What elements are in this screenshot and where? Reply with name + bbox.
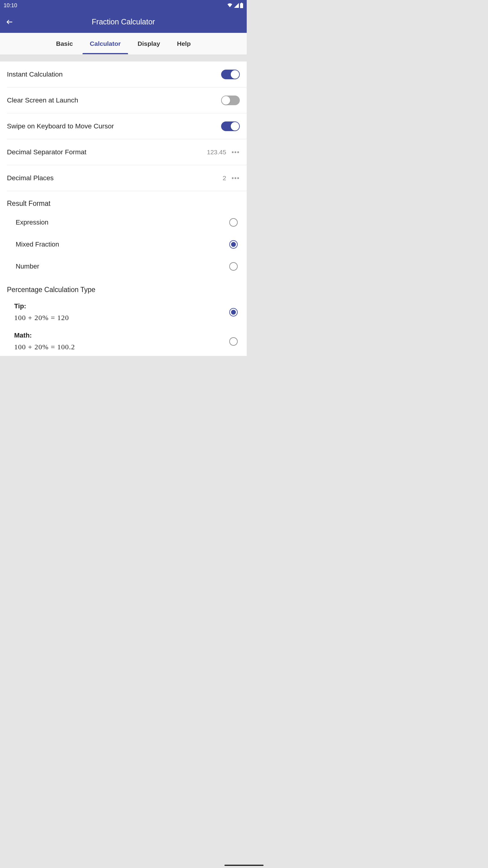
setting-clear-screen[interactable]: Clear Screen at Launch bbox=[0, 87, 247, 113]
setting-decimal-places[interactable]: Decimal Places 2 ••• bbox=[0, 165, 247, 191]
status-bar: 10:10 bbox=[0, 0, 247, 11]
tab-bar: Basic Calculator Display Help bbox=[0, 33, 247, 55]
pct-option-formula: 100 + 20% = 120 bbox=[14, 314, 229, 322]
tab-display[interactable]: Display bbox=[138, 33, 160, 54]
signal-icon bbox=[234, 3, 239, 8]
pct-block: Math: 100 + 20% = 100.2 bbox=[14, 332, 229, 351]
more-icon: ••• bbox=[232, 175, 240, 182]
pct-option-label: Math: bbox=[14, 332, 229, 339]
battery-icon bbox=[240, 3, 243, 8]
app-bar: Fraction Calculator bbox=[0, 11, 247, 33]
svg-rect-0 bbox=[240, 3, 243, 8]
settings-list: Instant Calculation Clear Screen at Laun… bbox=[0, 61, 247, 356]
radio-pct-tip[interactable]: Tip: 100 + 20% = 120 bbox=[0, 298, 247, 327]
more-icon: ••• bbox=[232, 149, 240, 156]
radio-indicator bbox=[229, 262, 238, 271]
toggle-thumb bbox=[222, 96, 230, 104]
status-icons bbox=[227, 3, 243, 8]
setting-label: Swipe on Keyboard to Move Cursor bbox=[7, 122, 114, 130]
toggle-clear-screen[interactable] bbox=[221, 96, 240, 105]
radio-number[interactable]: Number bbox=[0, 255, 247, 277]
setting-label: Decimal Separator Format bbox=[7, 148, 87, 156]
setting-value-group: 2 ••• bbox=[223, 175, 240, 182]
toggle-instant-calculation[interactable] bbox=[221, 70, 240, 79]
radio-label: Expression bbox=[16, 218, 48, 226]
setting-label: Clear Screen at Launch bbox=[7, 96, 78, 104]
radio-label: Mixed Fraction bbox=[16, 241, 59, 248]
setting-decimal-separator[interactable]: Decimal Separator Format 123.45 ••• bbox=[0, 139, 247, 165]
radio-mixed-fraction[interactable]: Mixed Fraction bbox=[0, 233, 247, 255]
radio-pct-math[interactable]: Math: 100 + 20% = 100.2 bbox=[0, 327, 247, 356]
back-button[interactable] bbox=[4, 16, 16, 28]
tab-calculator[interactable]: Calculator bbox=[90, 33, 121, 54]
pct-block: Tip: 100 + 20% = 120 bbox=[14, 302, 229, 322]
pct-option-label: Tip: bbox=[14, 302, 229, 310]
arrow-left-icon bbox=[6, 18, 13, 26]
radio-indicator bbox=[229, 240, 238, 249]
radio-indicator bbox=[229, 308, 238, 316]
toggle-thumb bbox=[231, 70, 239, 79]
spacer bbox=[0, 55, 247, 61]
wifi-icon bbox=[227, 3, 233, 8]
toggle-thumb bbox=[231, 122, 239, 130]
tab-basic[interactable]: Basic bbox=[56, 33, 73, 54]
setting-label: Decimal Places bbox=[7, 174, 54, 182]
setting-value: 2 bbox=[223, 175, 226, 182]
radio-indicator bbox=[229, 337, 238, 346]
radio-label: Number bbox=[16, 262, 39, 270]
setting-swipe-keyboard[interactable]: Swipe on Keyboard to Move Cursor bbox=[0, 113, 247, 139]
page-title: Fraction Calculator bbox=[16, 18, 231, 26]
setting-instant-calculation[interactable]: Instant Calculation bbox=[0, 61, 247, 87]
section-result-format: Result Format bbox=[0, 191, 247, 211]
radio-expression[interactable]: Expression bbox=[0, 211, 247, 233]
pct-option-formula: 100 + 20% = 100.2 bbox=[14, 343, 229, 351]
setting-value: 123.45 bbox=[207, 149, 226, 156]
setting-label: Instant Calculation bbox=[7, 70, 63, 79]
setting-value-group: 123.45 ••• bbox=[207, 149, 240, 156]
status-time: 10:10 bbox=[4, 2, 17, 9]
section-percentage-type: Percentage Calculation Type bbox=[0, 277, 247, 298]
toggle-swipe-keyboard[interactable] bbox=[221, 121, 240, 131]
svg-rect-1 bbox=[241, 3, 242, 3]
radio-indicator bbox=[229, 218, 238, 227]
tab-help[interactable]: Help bbox=[177, 33, 191, 54]
